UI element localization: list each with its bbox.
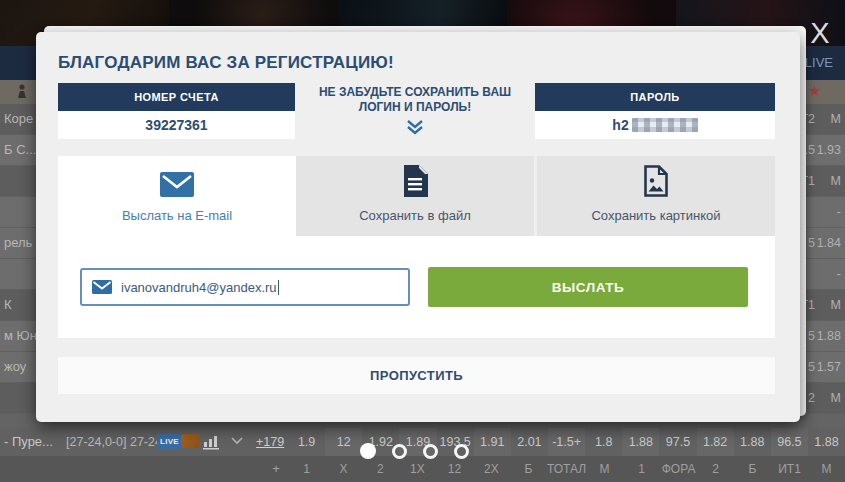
account-number-value: 39227361 bbox=[58, 111, 295, 139]
bg-table-cell: - bbox=[837, 205, 841, 219]
tab-save-file[interactable]: Сохранить в файл bbox=[296, 156, 534, 236]
odds-cell: 1.88 bbox=[808, 428, 845, 456]
tab-label: Сохранить картинкой bbox=[591, 208, 720, 223]
bet-type-label: X bbox=[325, 456, 362, 482]
bg-table-cell: 5 bbox=[808, 236, 815, 250]
odds-cell: 1.8 bbox=[585, 428, 622, 456]
carousel-dot[interactable] bbox=[392, 444, 407, 459]
password-visible-part: h2 bbox=[612, 117, 628, 133]
bet-type-label: 12 bbox=[436, 456, 473, 482]
password-box: ПАРОЛЬ h2 bbox=[535, 83, 775, 139]
odds-cell: 96.5 bbox=[771, 428, 808, 456]
odds-cell: -1.5+ bbox=[548, 428, 585, 456]
bg-table-cell: М bbox=[831, 391, 841, 405]
odds-cell: 1.88 bbox=[622, 428, 659, 456]
bet-type-label: М bbox=[586, 456, 623, 482]
send-button[interactable]: ВЫСЛАТЬ bbox=[428, 267, 748, 307]
tab-label: Выслать на E-mail bbox=[122, 208, 232, 223]
envelope-small-icon bbox=[92, 280, 112, 294]
carousel-dots bbox=[360, 443, 469, 459]
note-line2: ЛОГИН И ПАРОЛЬ! bbox=[295, 100, 535, 115]
bet-type-label: Б bbox=[734, 456, 771, 482]
bg-table-cell: Коре bbox=[4, 111, 33, 126]
bet-type-label: 1 bbox=[288, 456, 325, 482]
password-value: h2 bbox=[535, 111, 775, 139]
odds-cell: 1.82 bbox=[697, 428, 734, 456]
bet-type-label: ИТ1 bbox=[771, 456, 808, 482]
credentials-row: НОМЕР СЧЕТА 39227361 НЕ ЗАБУДЬТЕ СОХРАНИ… bbox=[58, 83, 775, 139]
bg-table-cell: М bbox=[831, 174, 841, 188]
bg-table-cell: 5 bbox=[808, 329, 815, 343]
bet-type-header-row: + 1X21X122XБТОТАЛМ1ФОРА2БИТ1М bbox=[0, 456, 845, 482]
bet-type-label: 2 bbox=[362, 456, 399, 482]
match-name: - Пуре... bbox=[4, 434, 53, 449]
sport-icon bbox=[14, 83, 30, 99]
odds-cell: 1.91 bbox=[474, 428, 511, 456]
bg-table-cell: 1.84 bbox=[817, 236, 841, 250]
bg-table-cell: 5 bbox=[808, 360, 815, 374]
bg-table-cell: 1.57 bbox=[817, 360, 841, 374]
bg-table-cell: М bbox=[831, 112, 841, 126]
note-line1: НЕ ЗАБУДЬТЕ СОХРАНИТЬ ВАШ bbox=[295, 85, 535, 100]
bet-type-label: 1 bbox=[623, 456, 660, 482]
odds-cell: 1.9 bbox=[288, 428, 325, 456]
match-score: [27-24,0-0] 27-24 bbox=[66, 435, 162, 449]
bg-table-cell: 1.88 bbox=[817, 329, 841, 343]
bg-table-cell: рель bbox=[4, 235, 32, 250]
odds-cell: 97.5 bbox=[659, 428, 696, 456]
carousel-dot[interactable] bbox=[454, 444, 469, 459]
bet-type-label: ТОТАЛ bbox=[547, 456, 586, 482]
stats-chart-icon bbox=[203, 434, 219, 450]
tab-label: Сохранить в файл bbox=[359, 208, 471, 223]
odds-cell: 12 bbox=[325, 428, 362, 456]
account-number-box: НОМЕР СЧЕТА 39227361 bbox=[58, 83, 295, 139]
bet-type-label: ФОРА bbox=[660, 456, 697, 482]
bet-type-label: М bbox=[808, 456, 845, 482]
password-blur-mask bbox=[632, 118, 698, 132]
carousel-dot[interactable] bbox=[423, 444, 438, 459]
carousel-dot[interactable] bbox=[360, 443, 376, 459]
image-file-icon bbox=[643, 165, 669, 197]
account-number-label: НОМЕР СЧЕТА bbox=[58, 83, 295, 111]
live-badge: LIVE bbox=[157, 434, 182, 449]
email-input[interactable]: ivanovandruh4@yandex.ru bbox=[80, 268, 410, 306]
skip-button[interactable]: ПРОПУСТИТЬ bbox=[58, 357, 775, 394]
bet-type-label: 2 bbox=[697, 456, 734, 482]
favorite-star-icon: ★ bbox=[808, 82, 821, 100]
envelope-icon bbox=[160, 172, 194, 197]
bg-table-cell: М bbox=[831, 298, 841, 312]
email-tab-panel: ivanovandruh4@yandex.ru ВЫСЛАТЬ bbox=[58, 236, 775, 338]
save-credentials-note: НЕ ЗАБУДЬТЕ СОХРАНИТЬ ВАШ ЛОГИН И ПАРОЛЬ… bbox=[295, 83, 535, 139]
bet-type-label: Б bbox=[510, 456, 547, 482]
footer-labels: 1X21X122XБТОТАЛМ1ФОРА2БИТ1М bbox=[288, 456, 845, 482]
modal-title: БЛАГОДАРИМ ВАС ЗА РЕГИСТРАЦИЮ! bbox=[58, 53, 775, 73]
bg-table-cell: - bbox=[837, 267, 841, 281]
tab-save-image[interactable]: Сохранить картинкой bbox=[534, 156, 775, 236]
email-input-value: ivanovandruh4@yandex.ru bbox=[121, 280, 277, 295]
more-bets-link: +179 bbox=[256, 435, 284, 449]
bg-table-cell: жоу bbox=[4, 359, 26, 374]
bet-plus-label: + bbox=[262, 461, 290, 476]
bg-table-cell: 2 bbox=[808, 391, 815, 405]
odds-cell: 2.01 bbox=[511, 428, 548, 456]
bg-table-cell: К bbox=[4, 297, 12, 312]
chevron-down-icon bbox=[231, 437, 243, 445]
bet-type-label: 2X bbox=[473, 456, 510, 482]
file-icon bbox=[402, 165, 428, 197]
screen: н LIVE ★ КореТ2МБ С...1.51.93Т1М-рель51.… bbox=[0, 0, 845, 482]
bet-type-label: 1X bbox=[399, 456, 436, 482]
bg-table-cell: 1.93 bbox=[817, 143, 841, 157]
double-chevron-down-icon bbox=[406, 119, 424, 135]
stream-badge-icon bbox=[181, 434, 199, 448]
bg-table-cell: Б С... bbox=[4, 142, 36, 157]
odds-cell: 1.88 bbox=[734, 428, 771, 456]
password-label: ПАРОЛЬ bbox=[535, 83, 775, 111]
save-method-tabs: Выслать на E-mail Сохранить в файл bbox=[58, 156, 775, 236]
close-icon[interactable]: X bbox=[804, 16, 836, 50]
registration-modal: БЛАГОДАРИМ ВАС ЗА РЕГИСТРАЦИЮ! НОМЕР СЧЕ… bbox=[36, 32, 800, 422]
text-cursor bbox=[278, 280, 279, 295]
tab-send-email[interactable]: Выслать на E-mail bbox=[58, 156, 296, 236]
